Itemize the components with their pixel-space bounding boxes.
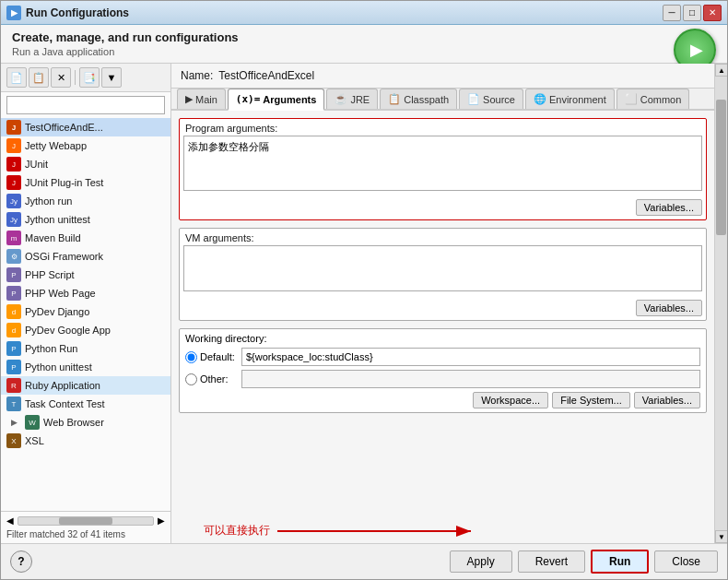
common-tab-icon: ⬜ — [625, 93, 638, 105]
main-tab-icon: ▶ — [185, 93, 193, 105]
toolbar-separator — [75, 70, 76, 85]
tab-main[interactable]: ▶ Main — [177, 89, 226, 109]
jetty-icon: J — [6, 138, 21, 153]
list-item[interactable]: ⚙ OSGi Framework — [1, 247, 170, 266]
tab-jre[interactable]: ☕ JRE — [326, 89, 378, 109]
title-controls: ─ □ ✕ — [663, 5, 722, 21]
apply-button[interactable]: Apply — [450, 550, 512, 573]
vm-args-variables-button[interactable]: Variables... — [636, 300, 702, 316]
list-item[interactable]: m Maven Build — [1, 229, 170, 247]
scrollbar-track[interactable] — [715, 77, 727, 530]
other-radio[interactable] — [185, 373, 197, 385]
ruby-application-item[interactable]: R Ruby Application — [1, 376, 170, 395]
list-item-label: Jython unittest — [25, 214, 90, 225]
program-args-buttons: Variables... — [180, 197, 706, 219]
list-item[interactable]: X XSL — [1, 432, 170, 450]
list-item[interactable]: J TestOfficeAndE... — [1, 118, 170, 136]
minimize-button[interactable]: ─ — [663, 5, 681, 21]
xsl-icon: X — [6, 433, 21, 448]
workspace-button[interactable]: Workspace... — [473, 392, 548, 408]
scroll-down-btn[interactable]: ▼ — [715, 530, 727, 543]
bottom-area: 可以直接执行 ? Apply Revert Run Close — [1, 543, 727, 579]
scroll-up-btn[interactable]: ▲ — [715, 64, 727, 77]
list-item[interactable]: P Python unittest — [1, 358, 170, 376]
other-radio-label[interactable]: Other: — [185, 373, 236, 385]
program-args-variables-button[interactable]: Variables... — [636, 199, 702, 216]
list-item-label: Ruby Application — [25, 380, 100, 391]
wd-buttons: Workspace... File System... Variables... — [185, 392, 700, 408]
tab-source[interactable]: 📄 Source — [459, 89, 523, 109]
list-item[interactable]: ▶ W Web Browser — [1, 413, 170, 432]
list-item[interactable]: d PyDev Google App — [1, 321, 170, 339]
scroll-left-btn[interactable]: ◀ — [6, 515, 14, 526]
vm-args-input[interactable] — [183, 245, 702, 291]
list-item-label: Web Browser — [43, 417, 104, 428]
working-dir-default-row: Default: — [185, 348, 700, 366]
list-item-label: JUnit Plug-in Test — [25, 177, 103, 188]
scroll-right-btn[interactable]: ▶ — [158, 515, 165, 526]
full-right: Name: TestOfficeAndExcel ▶ Main (x)= Arg… — [171, 64, 727, 543]
left-bottom: ◀ ▶ Filter matched 32 of 41 items — [1, 511, 170, 543]
revert-button[interactable]: Revert — [518, 550, 585, 573]
list-item[interactable]: Jy Jython unittest — [1, 210, 170, 229]
expand-icon: ▶ — [6, 415, 21, 430]
default-radio-label[interactable]: Default: — [185, 351, 236, 363]
run-button[interactable]: Run — [591, 550, 649, 574]
source-tab-icon: 📄 — [467, 93, 480, 105]
filter-count: Filter matched 32 of 41 items — [6, 527, 165, 541]
delete-config-button[interactable]: ✕ — [51, 67, 71, 88]
list-item-label: XSL — [25, 435, 44, 446]
list-item[interactable]: J Jetty Webapp — [1, 136, 170, 155]
list-item-label: PyDev Google App — [25, 325, 111, 336]
list-item[interactable]: J JUnit — [1, 155, 170, 173]
other-dir-input[interactable] — [241, 370, 700, 388]
list-item[interactable]: P PHP Web Page — [1, 284, 170, 302]
tab-common[interactable]: ⬜ Common — [616, 89, 690, 109]
new-config-button[interactable]: 📄 — [6, 67, 27, 88]
annotation-text: 可以直接执行 — [204, 523, 270, 539]
name-label: Name: — [181, 69, 213, 82]
config-tree: J TestOfficeAndE... J Jetty Webapp J JUn… — [1, 118, 170, 511]
filesystem-button[interactable]: File System... — [552, 392, 630, 408]
wd-variables-button[interactable]: Variables... — [634, 392, 700, 408]
args-tab-icon: (x)= — [236, 93, 261, 105]
search-input[interactable] — [6, 96, 165, 114]
pydev-goog-icon: d — [6, 323, 21, 337]
close-button[interactable]: Close — [654, 550, 718, 573]
osgi-icon: ⚙ — [6, 249, 21, 264]
list-item-label: Jython run — [25, 195, 72, 207]
list-item[interactable]: P PHP Script — [1, 266, 170, 284]
list-item-label: PyDev Django — [25, 306, 89, 317]
list-item[interactable]: P Python Run — [1, 339, 170, 358]
jython-icon: Jy — [6, 212, 21, 227]
name-value: TestOfficeAndExcel — [218, 69, 314, 82]
help-button[interactable]: ? — [10, 550, 32, 573]
scroll-track[interactable] — [18, 516, 154, 526]
program-args-input[interactable]: 添加参数空格分隔 — [183, 136, 702, 191]
working-dir-section: Working directory: Default: Other: — [179, 328, 707, 413]
other-label-text: Other: — [200, 373, 229, 385]
list-item-label: Python Run — [25, 343, 77, 354]
list-item[interactable]: d PyDev Django — [1, 302, 170, 321]
list-item-label: TestOfficeAndE... — [25, 122, 103, 133]
tab-jre-label: JRE — [350, 94, 370, 105]
vm-args-section: VM arguments: Variables... — [179, 228, 707, 321]
list-item[interactable]: Jy Jython run — [1, 192, 170, 210]
maximize-button[interactable]: □ — [683, 5, 701, 21]
tab-environment-label: Environment — [549, 94, 606, 105]
default-radio[interactable] — [185, 351, 197, 363]
tab-arguments[interactable]: (x)= Arguments — [228, 89, 325, 111]
list-item[interactable]: J JUnit Plug-in Test — [1, 173, 170, 192]
copy-config-button[interactable]: 📋 — [29, 67, 49, 88]
default-dir-input[interactable] — [241, 348, 700, 366]
filter1-button[interactable]: 📑 — [79, 67, 100, 88]
close-window-button[interactable]: ✕ — [703, 5, 722, 21]
left-toolbar: 📄 📋 ✕ 📑 ▼ — [1, 64, 170, 92]
search-box — [6, 96, 165, 114]
filter2-button[interactable]: ▼ — [101, 67, 122, 88]
working-dir-other-row: Other: — [185, 370, 700, 388]
list-item[interactable]: T Task Context Test — [1, 395, 170, 413]
window-title: Run Configurations — [26, 6, 129, 19]
tab-classpath[interactable]: 📋 Classpath — [380, 89, 457, 109]
tab-environment[interactable]: 🌐 Environment — [525, 89, 615, 109]
